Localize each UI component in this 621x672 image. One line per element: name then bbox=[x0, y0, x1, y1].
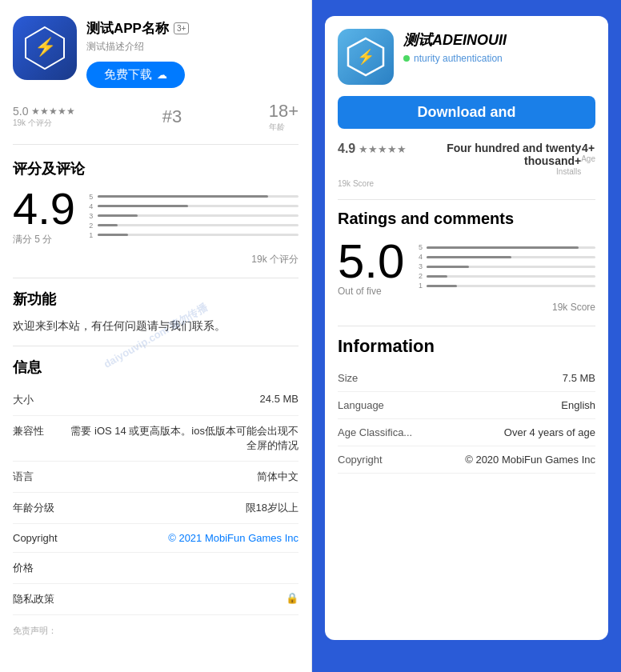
right-info-val-size: 7.5 MB bbox=[563, 372, 595, 384]
info-table-left: 大小 24.5 MB 兼容性 需要 iOS 14 或更高版本。ios低版本可能会… bbox=[13, 385, 298, 615]
auth-text: nturity authentication bbox=[414, 53, 503, 64]
new-features-text: 欢迎来到本站，有任何问题请与我们联系。 bbox=[13, 317, 298, 334]
app-icon-left: ⚡ bbox=[13, 16, 77, 80]
meta-review-count-left: 19k 个评分 bbox=[13, 118, 52, 129]
info-val-lang: 简体中文 bbox=[61, 470, 298, 484]
right-info-row-lang: Language English bbox=[338, 392, 595, 419]
age-label-left: 年龄 bbox=[269, 122, 285, 133]
right-installs-num: Four hundred and twenty thousand+ bbox=[407, 142, 581, 167]
right-age-group: 4+ Age bbox=[581, 142, 595, 163]
info-val-age: 限18岁以上 bbox=[61, 501, 298, 515]
info-row-size: 大小 24.5 MB bbox=[13, 385, 298, 416]
info-val-size: 24.5 MB bbox=[61, 393, 298, 405]
info-key-copyright: Copyright bbox=[13, 532, 61, 544]
score-label-left: 满分 5 分 bbox=[13, 233, 75, 246]
new-features-section: 新功能 欢迎来到本站，有任何问题请与我们联系。 bbox=[13, 290, 298, 334]
ratings-title-right: Ratings and comments bbox=[338, 210, 595, 228]
info-val-copyright: © 2021 MobiFun Games Inc bbox=[61, 532, 298, 544]
right-info-key-age: Age Classifica... bbox=[338, 426, 412, 438]
info-key-compat: 兼容性 bbox=[13, 424, 61, 438]
right-info-val-age: Over 4 years of age bbox=[504, 426, 595, 438]
big-score-left: 4.9 bbox=[13, 186, 75, 231]
info-key-lang: 语言 bbox=[13, 470, 61, 484]
rating-bars-left: 5 4 3 2 1 bbox=[88, 193, 298, 241]
right-info-key-copyright: Copyright bbox=[338, 454, 383, 466]
meta-row-left: 5.0 ★★★★★ 19k 个评分 #3 18+ 年龄 bbox=[13, 101, 298, 145]
svg-text:⚡: ⚡ bbox=[34, 36, 57, 58]
app-icon-right: ⚡ bbox=[338, 29, 394, 85]
green-dot-icon bbox=[403, 55, 410, 62]
auth-status: nturity authentication bbox=[403, 53, 595, 64]
right-inner: ⚡ 测试ADEINOUII nturity authentication Dow… bbox=[325, 16, 608, 640]
right-panel: ⚡ 测试ADEINOUII nturity authentication Dow… bbox=[312, 0, 621, 672]
age-badge-left: 3+ bbox=[174, 22, 189, 34]
download-button-left[interactable]: 免费下载 ☁ bbox=[86, 62, 185, 88]
info-row-compat: 兼容性 需要 iOS 14 或更高版本。ios低版本可能会出现不全屏的情况 bbox=[13, 416, 298, 462]
rating-count-right-left: 19k 个评分 bbox=[13, 253, 298, 266]
info-key-price: 价格 bbox=[13, 561, 61, 575]
info-row-privacy: 隐私政策 🔒 bbox=[13, 584, 298, 615]
right-score-count: 19k Score bbox=[338, 302, 595, 313]
info-row-age: 年龄分级 限18岁以上 bbox=[13, 493, 298, 524]
ratings-section-left: 评分及评论 4.9 满分 5 分 5 4 3 2 1 19k 个评分 bbox=[13, 159, 298, 266]
right-info-key-lang: Language bbox=[338, 399, 384, 411]
right-rating-group: 4.9 ★★★★★ bbox=[338, 142, 407, 156]
right-info-row-size: Size 7.5 MB bbox=[338, 365, 595, 392]
info-key-size: 大小 bbox=[13, 393, 61, 407]
meta-rating-left: 5.0 ★★★★★ 19k 个评分 bbox=[13, 105, 75, 129]
svg-text:⚡: ⚡ bbox=[357, 48, 375, 66]
right-rating-bars: 5 4 3 2 1 bbox=[417, 243, 595, 291]
ratings-title-left: 评分及评论 bbox=[13, 159, 298, 178]
right-age-num: 4+ bbox=[581, 142, 595, 154]
rank-number-left: #3 bbox=[162, 106, 182, 127]
right-installs-label: Installs bbox=[407, 167, 581, 176]
info-title-right: Information bbox=[338, 336, 595, 357]
meta-score-left: 5.0 bbox=[13, 105, 28, 118]
disclaimer-left: 免责声明： bbox=[13, 625, 298, 637]
right-installs: Four hundred and twenty thousand+ Instal… bbox=[407, 142, 581, 176]
info-val-compat: 需要 iOS 14 或更高版本。ios低版本可能会出现不全屏的情况 bbox=[61, 424, 298, 453]
info-key-age: 年龄分级 bbox=[13, 501, 61, 515]
info-section-right: Information Size 7.5 MB Language English… bbox=[338, 336, 595, 474]
right-stars: ★★★★★ bbox=[359, 143, 407, 155]
meta-stars-left: ★★★★★ bbox=[31, 106, 75, 117]
right-info-table: Size 7.5 MB Language English Age Classif… bbox=[338, 365, 595, 474]
app-title-row: 测试APP名称 3+ bbox=[86, 19, 298, 38]
left-panel: daiyouvip.com 请勿传播 ⚡ 测试APP名称 3+ 测试描述介绍 免… bbox=[0, 0, 312, 672]
right-info-key-size: Size bbox=[338, 372, 358, 384]
right-score-big: 4.9 bbox=[338, 142, 355, 156]
meta-age-left: 18+ 年龄 bbox=[269, 101, 298, 133]
info-section-left: 信息 大小 24.5 MB 兼容性 需要 iOS 14 或更高版本。ios低版本… bbox=[13, 358, 298, 615]
right-big-score: 5.0 bbox=[338, 238, 404, 286]
right-app-info: 测试ADEINOUII nturity authentication bbox=[403, 29, 595, 72]
right-info-row-age: Age Classifica... Over 4 years of age bbox=[338, 419, 595, 446]
right-info-val-copyright: © 2020 MobiFun Games Inc bbox=[465, 454, 595, 466]
app-info-left: 测试APP名称 3+ 测试描述介绍 免费下载 ☁ bbox=[86, 16, 298, 88]
right-app-title: 测试ADEINOUII bbox=[403, 30, 595, 50]
ratings-section-right: Ratings and comments 5.0 Out of five 5 4… bbox=[338, 210, 595, 313]
info-row-price: 价格 bbox=[13, 553, 298, 584]
info-val-privacy: 🔒 bbox=[61, 592, 298, 604]
meta-rank-left: #3 bbox=[162, 106, 182, 127]
right-info-row-copyright: Copyright © 2020 MobiFun Games Inc bbox=[338, 446, 595, 474]
right-info-val-lang: English bbox=[561, 399, 595, 411]
info-row-lang: 语言 简体中文 bbox=[13, 462, 298, 493]
right-age-label: Age bbox=[581, 154, 595, 163]
info-row-copyright: Copyright © 2021 MobiFun Games Inc bbox=[13, 524, 298, 553]
download-button-right[interactable]: Download and bbox=[338, 96, 595, 129]
age-number-left: 18+ bbox=[269, 101, 298, 122]
new-features-title: 新功能 bbox=[13, 290, 298, 309]
app-header: ⚡ 测试APP名称 3+ 测试描述介绍 免费下载 ☁ bbox=[13, 16, 298, 88]
app-subtitle-left: 测试描述介绍 bbox=[86, 40, 298, 54]
info-title-left: 信息 bbox=[13, 358, 298, 377]
right-score-sub: 19k Score bbox=[338, 179, 595, 188]
info-key-privacy: 隐私政策 bbox=[13, 592, 61, 606]
right-meta-row: 4.9 ★★★★★ Four hundred and twenty thousa… bbox=[338, 142, 595, 176]
right-app-header: ⚡ 测试ADEINOUII nturity authentication bbox=[338, 29, 595, 85]
icloud-icon: ☁ bbox=[157, 69, 167, 81]
app-title-left: 测试APP名称 bbox=[86, 19, 169, 38]
